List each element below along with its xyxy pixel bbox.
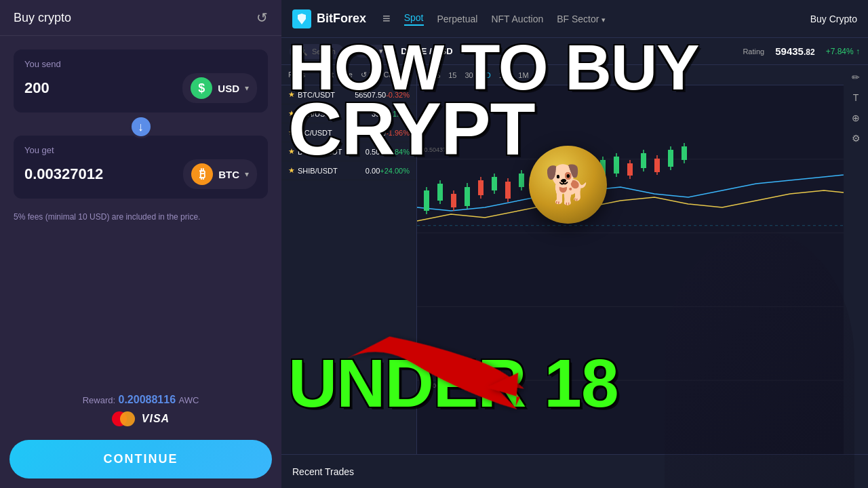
pair-info: DOGE / USD — [401, 46, 453, 56]
timeframe-bar: 1 5 15 30 1D 1W 1M — [417, 65, 844, 85]
pair-name: DOGE / USD — [401, 46, 453, 56]
svg-text:C0.50007: C0.50007 — [420, 382, 446, 389]
pair-row[interactable]: ★ SHIB/USDT 0.00 +24.00% — [281, 161, 416, 180]
pair-row[interactable]: ★ TIC/USDT 0.50 -1.96% — [281, 123, 416, 142]
tf-5[interactable]: 5 — [436, 71, 440, 79]
star-icon: ★ — [288, 109, 295, 118]
pairs-header: Pairs Last Price ↺ 24h Change — [281, 65, 416, 85]
swap-button[interactable]: ↓ — [130, 115, 153, 138]
search-box[interactable]: 🔍 Search — [290, 44, 344, 59]
send-amount[interactable]: 200 — [24, 79, 50, 97]
rating-label: Rating — [743, 47, 764, 56]
menu-icon[interactable]: ≡ — [382, 11, 391, 26]
right-panel: BitForex ≡ Spot Perpetual NFT Auction BF… — [281, 0, 868, 488]
fee-note: 5% fees (minimal 10 USD) are included in… — [14, 204, 268, 223]
send-label: You send — [24, 59, 257, 69]
pair-change-shib: +24.00% — [380, 167, 410, 175]
btc-icon: ₿ — [191, 163, 213, 185]
logo-text: BitForex — [317, 12, 366, 26]
col-price: Last Price — [319, 70, 353, 79]
pair-name-eth: ETH/USDT — [298, 110, 335, 118]
nav-perpetual[interactable]: Perpetual — [437, 14, 478, 24]
star-icon: ★ — [288, 147, 295, 156]
pair-name-btc: BTC/USDT — [298, 91, 335, 99]
reward-section: Reward: 0.20088116 AWC VISA — [0, 383, 281, 432]
get-amount: 0.00327012 — [24, 165, 103, 183]
reward-amount: 0.20088116 — [119, 394, 176, 405]
send-box: You send 200 $ USD ▾ — [14, 49, 268, 113]
buy-crypto-panel: Buy crypto ↺ You send 200 $ USD ▾ ↓ You … — [0, 0, 281, 488]
nav-bfsector[interactable]: BF Sector — [557, 14, 605, 24]
reward-row: Reward: 0.20088116 AWC — [0, 394, 281, 406]
star-icon: ★ — [288, 128, 295, 137]
pair-name-doge: DOGE/USDT — [298, 148, 342, 156]
currency-selector-bar[interactable]: USD ▾ — [355, 45, 390, 58]
pair-change-eth: +1.2% — [389, 110, 410, 118]
mastercard-icon — [112, 411, 135, 426]
pencil-tool-icon[interactable]: ✏ — [852, 72, 860, 83]
col-change: ↺ 24h Change — [361, 70, 410, 79]
pair-change-btc: -0.32% — [386, 91, 410, 99]
get-label: You get — [24, 145, 257, 155]
main-nav: Spot Perpetual NFT Auction BF Sector — [404, 12, 606, 26]
continue-button[interactable]: CONTINUE — [9, 440, 272, 479]
get-chevron-icon: ▾ — [245, 169, 249, 179]
pair-price: 59435.82 — [775, 45, 814, 57]
search-placeholder: Search — [312, 47, 336, 56]
pair-row[interactable]: ★ DOGE/USDT 0.505 +7.84% — [281, 142, 416, 161]
bitforex-logo: BitForex — [292, 9, 366, 28]
nav-nft[interactable]: NFT Auction — [491, 14, 543, 24]
panel-header: Buy crypto ↺ — [0, 0, 281, 36]
get-currency-name: BTC — [218, 169, 239, 180]
nav-spot[interactable]: Spot — [404, 12, 424, 26]
usd-icon: $ — [191, 77, 212, 99]
recent-trades-label: Recent Trades — [292, 466, 354, 477]
node-tool-icon[interactable]: ⊕ — [852, 113, 860, 123]
pair-name-tic: TIC/USDT — [298, 129, 332, 137]
tf-15[interactable]: 15 — [448, 71, 456, 79]
pair-price-doge: 0.505 — [366, 148, 384, 156]
tf-1m[interactable]: 1M — [518, 71, 528, 79]
tf-30[interactable]: 30 — [465, 71, 473, 79]
pair-price-tic: 0.50 — [372, 129, 386, 137]
send-currency-selector[interactable]: $ USD ▾ — [182, 73, 257, 103]
search-icon: 🔍 — [298, 47, 308, 56]
exchange-area: You send 200 $ USD ▾ ↓ You get 0.0032701… — [0, 36, 281, 383]
send-currency-name: USD — [218, 83, 239, 94]
panel-title: Buy crypto — [14, 11, 71, 25]
pair-change-doge: +7.84% — [384, 148, 410, 156]
reward-label: Reward: — [83, 395, 115, 405]
trading-sidebar: Pairs Last Price ↺ 24h Change ★ BTC/USDT… — [281, 65, 417, 454]
tf-1w[interactable]: 1W — [499, 71, 511, 79]
send-chevron-icon: ▾ — [245, 83, 249, 93]
swap-wrapper: ↓ — [14, 115, 268, 138]
pair-row[interactable]: ★ BTC/USDT 56507.50 -0.32% — [281, 85, 416, 104]
text-tool-icon[interactable]: T — [853, 92, 859, 103]
send-row: 200 $ USD ▾ — [24, 73, 257, 103]
trading-bar: 🔍 Search USD ▾ DOGE / USD Rating 59435.8… — [281, 38, 868, 65]
get-row: 0.00327012 ₿ BTC ▾ — [24, 159, 257, 189]
get-currency-selector[interactable]: ₿ BTC ▾ — [183, 159, 257, 189]
pair-price-eth: 3568 — [372, 110, 388, 118]
bitforex-header: BitForex ≡ Spot Perpetual NFT Auction BF… — [281, 0, 868, 38]
star-icon: ★ — [288, 90, 295, 99]
header-buy-crypto[interactable]: Buy Crypto — [810, 14, 857, 24]
pair-name-shib: SHIB/USDT — [298, 167, 338, 175]
mc-orange-circle — [120, 411, 135, 426]
logo-icon — [292, 9, 311, 28]
pair-row[interactable]: ★ ETH/USDT 3568 +1.2% — [281, 104, 416, 123]
get-box: You get 0.00327012 ₿ BTC ▾ — [14, 136, 268, 199]
pair-price-btc: 56507.50 — [355, 91, 386, 99]
tf-1d[interactable]: 1D — [481, 71, 491, 79]
star-icon: ★ — [288, 166, 295, 175]
payment-methods: VISA — [0, 411, 281, 426]
pair-price-shib: 0.00 — [366, 167, 380, 175]
visa-label: VISA — [142, 413, 170, 425]
tf-1[interactable]: 1 — [424, 71, 428, 79]
svg-text:C0.50437: C0.50437 — [420, 146, 446, 153]
settings-tool-icon[interactable]: ⚙ — [852, 133, 861, 144]
pair-change-tic: -1.96% — [386, 129, 410, 137]
person-overlay — [665, 230, 854, 488]
history-icon[interactable]: ↺ — [256, 9, 268, 26]
pair-change: +7.84% ↑ — [826, 47, 860, 56]
